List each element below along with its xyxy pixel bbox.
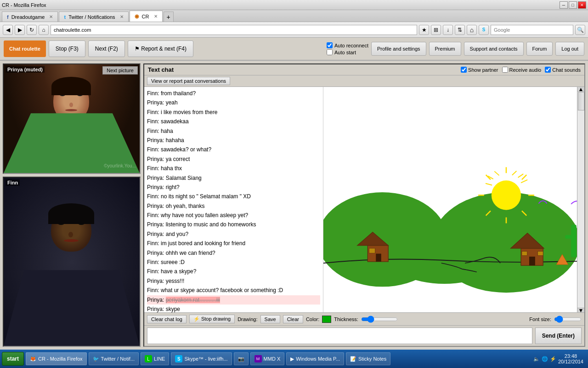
bookmark-button[interactable]: ★ [419,25,429,35]
date-display: 20/12/2014 [558,359,583,364]
scrollbar-up[interactable]: ▲ [577,87,584,92]
receive-audio-option[interactable]: Receive audio [502,67,542,73]
tab-cr[interactable]: ◉ CR ✕ [130,11,163,22]
prinya-video-box: ©yourlink.You... Prinya (muted) Next pic… [3,63,141,174]
finn-video-box: Finn [3,177,141,347]
auto-reconnect-checkbox[interactable] [327,42,333,48]
thickness-slider[interactable] [361,316,398,323]
taskbar-skype[interactable]: S Skype™ - live:iifh... [171,352,232,365]
forum-button[interactable]: Forum [526,42,553,56]
chat-footer: Clear chat log ⚡ Stop drawing Drawing: S… [144,312,584,346]
msg-16: Finn: im just bored and looking for frie… [147,239,320,248]
svg-rect-21 [376,253,381,261]
report-button[interactable]: ⚑ Report & next (F4) [128,40,193,57]
bookmarks-button[interactable]: ⊞ [431,25,441,35]
maximize-button[interactable]: □ [569,1,577,9]
line-icon: L [145,355,152,362]
taskbar-twitter[interactable]: 🐦 Twitter / Notif... [89,352,139,365]
save-drawing-button[interactable]: Save [260,315,280,323]
premium-button[interactable]: Premium [429,42,461,56]
view-past-button[interactable]: View or report past conversations [147,77,230,85]
taskbar-camera[interactable]: 📷 [234,352,249,365]
scrollbar-thumb[interactable] [578,92,584,110]
next-picture-button[interactable]: Next picture [102,66,138,75]
send-button[interactable]: Send (Enter) [535,328,582,344]
back-button[interactable]: ◀ [3,25,13,35]
forward-button[interactable]: ▶ [15,25,25,35]
title-bar-left: CR - Mozilla Firefox [2,2,46,8]
receive-audio-checkbox[interactable] [502,67,508,73]
chat-area: Finn: from thailand? Prinya: yeah Finn: … [144,87,584,312]
msg-17: Prinya: ohhh we can friend? [147,248,320,258]
chat-options: Show partner Receive audio Chat sounds [461,67,581,73]
color-picker-box[interactable] [322,316,331,323]
chat-scrollbar[interactable]: ▲ ▼ [577,87,584,312]
taskbar-line[interactable]: L LINE [141,352,169,365]
drawing-label: Drawing: [237,316,257,322]
stop-button[interactable]: Stop (F3) [49,40,85,57]
download-button[interactable]: ↓ [443,25,453,35]
chat-sounds-checkbox[interactable] [545,67,551,73]
taskbar-mediaplayer[interactable]: ▶ Windows Media P... [286,352,344,365]
tab-close-twitter[interactable]: ✕ [120,14,124,19]
logout-label: Log out [561,46,578,52]
taskbar-firefox[interactable]: 🦊 CR - Mozilla Firefox [26,352,87,365]
tab-close-cr[interactable]: ✕ [154,14,158,19]
show-partner-option[interactable]: Show partner [461,67,498,73]
search-input[interactable] [491,25,573,35]
new-tab-button[interactable]: + [164,12,174,22]
msg-14: Prinya: listening to music and do homewo… [147,220,320,229]
title-bar: CR - Mozilla Firefox ─ □ ✕ [0,0,588,10]
msg-22: Prinya: periyakorn.rat...........iii [147,295,320,305]
tray-icon-3: ⚡ [550,356,556,362]
taskbar: start 🦊 CR - Mozilla Firefox 🐦 Twitter /… [0,350,588,368]
show-partner-checkbox[interactable] [461,67,467,73]
taskbar-mmd[interactable]: M MMD X [250,352,285,365]
tab-twitter[interactable]: t Twitter / Notifications ✕ [59,12,128,22]
chat-input[interactable] [147,328,532,344]
msg-10: Prinya: right? [147,183,320,192]
sync-button[interactable]: ⇅ [455,25,465,35]
toolbar-right: Profile and settings Premium Support and… [371,42,584,56]
stop-drawing-button[interactable]: ⚡ Stop drawing [189,315,235,323]
auto-reconnect-option[interactable]: Auto reconnect [327,42,368,48]
msg-4: Finn: haha [147,126,320,136]
close-button[interactable]: ✕ [578,1,586,9]
search-button[interactable]: 🔍 [575,25,585,35]
chat-sounds-option[interactable]: Chat sounds [545,67,581,73]
next-button[interactable]: Next (F2) [88,40,125,57]
profile-settings-button[interactable]: Profile and settings [371,42,426,56]
svg-rect-27 [538,251,543,255]
scrollbar-down[interactable]: ▼ [577,308,584,312]
tab-dreadoutgame[interactable]: f Dreadoutgame ✕ [2,12,58,22]
home2-button[interactable]: ⌂ [467,25,477,35]
address-bar[interactable] [51,25,417,35]
firefox-icon: 🦊 [30,356,36,362]
drawing-canvas[interactable] [323,87,577,312]
start-button[interactable]: start [2,352,24,366]
footer-toolbar: Clear chat log ⚡ Stop drawing Drawing: S… [144,313,584,326]
chat-messages[interactable]: Finn: from thailand? Prinya: yeah Finn: … [144,87,323,312]
reload-button[interactable]: ↻ [27,25,37,35]
auto-start-option[interactable]: Auto start [327,49,368,55]
skype-button[interactable]: S [479,25,489,35]
mmd-label: MMD X [264,356,281,362]
clear-chat-button[interactable]: Clear chat log [147,315,187,323]
clear-drawing-button[interactable]: Clear [283,315,303,323]
msg-21: Finn: what ur skype account? facebook or… [147,286,320,295]
support-contacts-button[interactable]: Support and contacts [464,42,524,56]
svg-rect-22 [369,248,375,253]
firefox-label: CR - Mozilla Firefox [38,356,83,362]
auto-reconnect-label: Auto reconnect [334,43,368,48]
report-label: ⚑ Report & next (F4) [135,46,187,52]
auto-start-checkbox[interactable] [327,49,333,55]
font-size-slider[interactable] [554,316,582,323]
home-button[interactable]: ⌂ [39,25,49,35]
tab-close-dreadout[interactable]: ✕ [49,14,53,19]
logout-button[interactable]: Log out [555,42,584,56]
left-panel: ©yourlink.You... Prinya (muted) Next pic… [3,63,141,347]
svg-point-3 [385,225,503,284]
taskbar-stickynotes[interactable]: 📝 Sticky Notes [346,352,390,365]
minimize-button[interactable]: ─ [560,1,568,9]
browser-frame: CR - Mozilla Firefox ─ □ ✕ f Dreadoutgam… [0,0,588,368]
